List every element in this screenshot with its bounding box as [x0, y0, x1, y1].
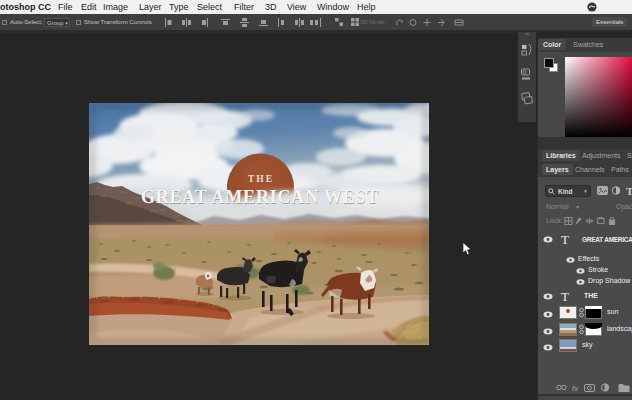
svg-text:T: T [626, 185, 632, 197]
svg-text:THE: THE [248, 174, 274, 184]
svg-text:fx: fx [572, 384, 579, 392]
svg-text:GREAT AMERICAN WEST: GREAT AMERICAN WEST [141, 187, 379, 207]
